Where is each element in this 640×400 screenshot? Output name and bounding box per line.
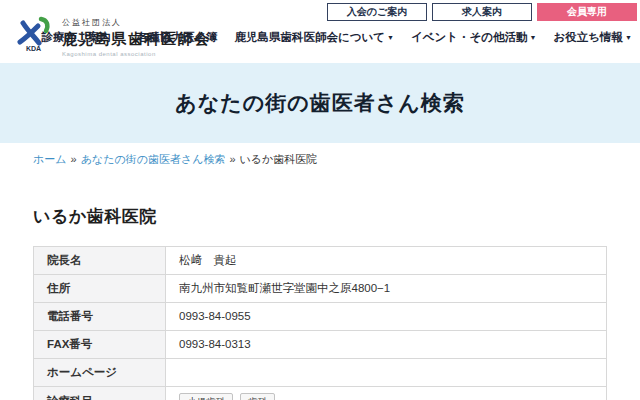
- table-row: ホームページ: [34, 359, 607, 387]
- row-label: 電話番号: [34, 303, 166, 331]
- site-header: KDA 公益社団法人 鹿児島県歯科医師会 Kagoshima dental as…: [0, 0, 640, 63]
- chevron-down-icon: ▼: [387, 34, 394, 41]
- row-label: 住所: [34, 275, 166, 303]
- breadcrumb: ホーム»あなたの街の歯医者さん検索»いるか歯科医院: [33, 152, 607, 167]
- recruit-info-button[interactable]: 求人案内: [432, 3, 532, 21]
- row-value: [166, 359, 607, 387]
- org-type-label: 公益社団法人: [62, 17, 211, 28]
- subject-tag: 小児歯科: [179, 393, 233, 400]
- main-content: ホーム»あなたの街の歯医者さん検索»いるか歯科医院 いるか歯科医院 院長名松﨑 …: [0, 152, 640, 400]
- row-label: FAX番号: [34, 331, 166, 359]
- row-value: 松﨑 貴起: [166, 247, 607, 275]
- chevron-down-icon: ▼: [530, 34, 537, 41]
- table-row: 院長名松﨑 貴起: [34, 247, 607, 275]
- breadcrumb-current: いるか歯科医院: [240, 153, 318, 165]
- nav-item-medical-guide[interactable]: 診療のご案内▼: [41, 30, 119, 45]
- table-row: FAX番号0993-84-0313: [34, 331, 607, 359]
- breadcrumb-separator: »: [229, 153, 235, 165]
- main-nav: 診療のご案内▼各種協力医名簿鹿児島県歯科医師会について▼イベント・その他活動▼お…: [41, 30, 632, 45]
- row-value: 0993-84-0955: [166, 303, 607, 331]
- nav-item-events[interactable]: イベント・その他活動▼: [411, 30, 537, 45]
- table-row: 電話番号0993-84-0955: [34, 303, 607, 331]
- hero-banner: あなたの街の歯医者さん検索: [0, 63, 640, 143]
- join-guide-button[interactable]: 入会のご案内: [327, 3, 427, 21]
- row-label: ホームページ: [34, 359, 166, 387]
- row-label: 診療科目: [34, 387, 166, 400]
- row-value: 小児歯科歯科: [166, 387, 607, 400]
- row-value: 0993-84-0313: [166, 331, 607, 359]
- row-value: 南九州市知覧町瀬世字堂園中之原4800−1: [166, 275, 607, 303]
- page-title: いるか歯科医院: [33, 205, 607, 228]
- clinic-table-body: 院長名松﨑 貴起住所南九州市知覧町瀬世字堂園中之原4800−1電話番号0993-…: [34, 247, 607, 400]
- svg-text:KDA: KDA: [26, 45, 41, 52]
- row-label: 院長名: [34, 247, 166, 275]
- nav-item-useful-info[interactable]: お役立ち情報▼: [554, 30, 632, 45]
- clinic-info-table: 院長名松﨑 貴起住所南九州市知覧町瀬世字堂園中之原4800−1電話番号0993-…: [33, 246, 607, 400]
- org-name-english: Kagoshima dental association: [62, 51, 211, 57]
- breadcrumb-link[interactable]: ホーム: [33, 153, 67, 165]
- breadcrumb-separator: »: [71, 153, 77, 165]
- members-only-button[interactable]: 会員専用: [537, 3, 637, 21]
- nav-item-cooperation-list[interactable]: 各種協力医名簿: [137, 30, 218, 45]
- breadcrumb-link[interactable]: あなたの街の歯医者さん検索: [81, 153, 226, 165]
- table-row: 住所南九州市知覧町瀬世字堂園中之原4800−1: [34, 275, 607, 303]
- header-actions: 入会のご案内求人案内会員専用: [327, 3, 637, 21]
- chevron-down-icon: ▼: [113, 34, 120, 41]
- subject-tag: 歯科: [240, 393, 275, 400]
- chevron-down-icon: ▼: [625, 34, 632, 41]
- hero-title: あなたの街の歯医者さん検索: [175, 89, 464, 117]
- table-row: 診療科目小児歯科歯科: [34, 387, 607, 400]
- nav-item-about-association[interactable]: 鹿児島県歯科医師会について▼: [234, 30, 394, 45]
